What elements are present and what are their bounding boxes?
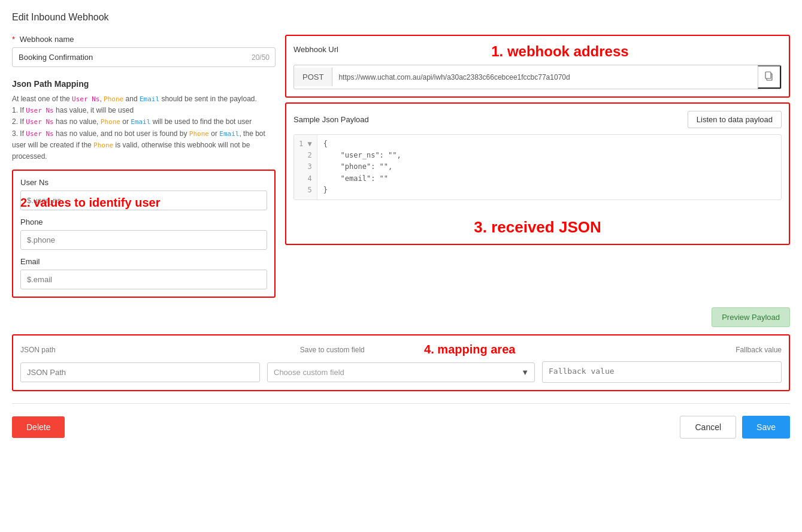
mapping-row: Choose custom field ▼ (20, 361, 782, 383)
json-path-title: Json Path Mapping (12, 79, 276, 89)
mapping-box: JSON path Save to custom field 4. mappin… (12, 334, 790, 391)
desc-user-ns-1: User Ns (72, 95, 99, 103)
mapping-customfield-select[interactable]: Choose custom field (267, 362, 535, 382)
preview-row: Preview Payload (12, 307, 790, 327)
webhook-name-field: * Webhook name 20/50 (12, 35, 276, 67)
desc-phone-3: Phone (189, 130, 209, 138)
webhook-name-input-wrapper: 20/50 (12, 47, 276, 67)
save-button[interactable]: Save (742, 416, 790, 439)
bottom-divider (12, 403, 790, 404)
json-payload-label: Sample Json Payload (293, 115, 369, 124)
webhook-url-label: Webhook Url (293, 45, 338, 54)
annotation-webhook: 1. webhook address (338, 43, 782, 60)
user-ns-field: User Ns (20, 178, 267, 210)
url-copy-button[interactable] (758, 65, 781, 89)
url-method: POST (294, 68, 332, 86)
listen-payload-button[interactable]: Listen to data payload (688, 111, 782, 128)
page-title: Edit Inbound Webhook (12, 12, 790, 23)
mapping-col-jsonpath-label: JSON path (20, 345, 260, 354)
mapping-col-fallback-label: Fallback value (542, 345, 782, 354)
webhook-name-label: * Webhook name (12, 35, 276, 44)
mapping-jsonpath-input[interactable] (20, 362, 260, 382)
line-num-2: 2 (299, 150, 312, 161)
phone-label: Phone (20, 217, 267, 226)
url-value: https://www.uchat.com.au/api/iwh/a30ac23… (332, 68, 758, 86)
mapping-customfield-wrapper: Choose custom field ▼ (267, 362, 535, 382)
webhook-url-box: Webhook Url 1. webhook address POST http… (285, 35, 790, 98)
desc-phone-1: Phone (104, 95, 123, 103)
line-num-3: 3 (299, 161, 312, 173)
line-numbers: 1 ▼ 2 3 4 5 (294, 135, 317, 200)
desc-user-ns-4: User Ns (26, 130, 53, 138)
bottom-bar: Delete Cancel Save (12, 416, 790, 439)
required-star: * (12, 35, 15, 44)
json-content-area: { "user_ns": "", "phone": "", "email": "… (317, 135, 781, 200)
bottom-right-buttons: Cancel Save (680, 416, 790, 439)
line-num-4: 4 (299, 173, 312, 185)
svg-rect-1 (765, 72, 771, 78)
email-field: Email (20, 257, 267, 289)
annotation-json: 3. received JSON (293, 218, 782, 237)
json-path-description: At least one of the User Ns, Phone and E… (12, 93, 276, 162)
webhook-name-input[interactable] (12, 47, 276, 67)
right-panel: Webhook Url 1. webhook address POST http… (285, 35, 790, 245)
mapping-header: JSON path Save to custom field 4. mappin… (20, 343, 782, 356)
desc-email-3: Email (219, 130, 239, 138)
user-ns-label: User Ns (20, 178, 267, 187)
line-num-1: 1 ▼ (299, 138, 312, 150)
webhook-name-counter: 20/50 (252, 53, 270, 62)
desc-phone-4: Phone (93, 141, 113, 149)
json-path-section: Json Path Mapping At least one of the Us… (12, 79, 276, 298)
left-panel: * Webhook name 20/50 Json Path Mapping A… (12, 35, 276, 298)
desc-user-ns-2: User Ns (26, 107, 53, 114)
mapping-annotation: 4. mapping area (405, 343, 535, 356)
desc-email-2: Email (131, 118, 150, 126)
email-label: Email (20, 257, 267, 266)
preview-payload-button[interactable]: Preview Payload (712, 307, 790, 327)
delete-button[interactable]: Delete (12, 416, 65, 438)
user-ns-input[interactable] (20, 191, 267, 210)
line-num-5: 5 (299, 185, 312, 196)
json-payload-header: Sample Json Payload Listen to data paylo… (293, 111, 782, 128)
mapping-fallback-input[interactable] (542, 361, 782, 383)
email-input[interactable] (20, 270, 267, 289)
identify-fields-box: 2. values to identify user User Ns Phone… (12, 170, 276, 298)
cancel-button[interactable]: Cancel (680, 416, 736, 439)
json-editor: 1 ▼ 2 3 4 5 { "user_ns": "", "phone": ""… (293, 134, 782, 200)
url-row: POST https://www.uchat.com.au/api/iwh/a3… (293, 65, 782, 89)
phone-field: Phone (20, 217, 267, 250)
copy-icon (764, 71, 774, 81)
mapping-col-customfield-label: Save to custom field (267, 345, 398, 354)
json-payload-box: Sample Json Payload Listen to data paylo… (285, 102, 790, 245)
desc-phone-2: Phone (101, 118, 120, 126)
desc-user-ns-3: User Ns (26, 118, 53, 126)
desc-email-1: Email (140, 95, 159, 103)
phone-input[interactable] (20, 230, 267, 250)
